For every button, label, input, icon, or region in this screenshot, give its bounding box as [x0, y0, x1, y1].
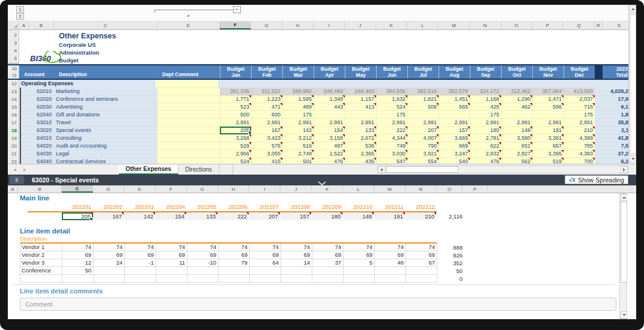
- cell-K14[interactable]: 1,632: [376, 95, 407, 103]
- cell-O21[interactable]: 2,827: [501, 150, 532, 158]
- cell-I16[interactable]: [314, 111, 345, 119]
- cell-L16[interactable]: [407, 111, 439, 119]
- cell-I19[interactable]: 3,158: [314, 134, 345, 142]
- line-item-cell[interactable]: 69: [281, 251, 312, 259]
- cell-description-20[interactable]: Audit and Accounting: [54, 142, 157, 150]
- cell-L20[interactable]: 790: [407, 142, 439, 150]
- cell-O18[interactable]: 148: [501, 127, 532, 134]
- cell-N15[interactable]: 425: [470, 103, 501, 111]
- cell-R13[interactable]: [595, 88, 603, 95]
- line-item-cell[interactable]: 37: [312, 259, 344, 267]
- cell-N20[interactable]: 622: [470, 142, 501, 150]
- cell-F18[interactable]: 205: [220, 127, 251, 134]
- cell-G13[interactable]: 311,622: [251, 88, 282, 95]
- comment-input[interactable]: [20, 298, 616, 311]
- line-item-cell[interactable]: 67: [406, 259, 437, 267]
- cell-J20[interactable]: 536: [345, 142, 376, 150]
- line-item-cell[interactable]: 69: [219, 251, 250, 259]
- row-header-21[interactable]: 21: [8, 150, 19, 158]
- detail-column-header-A[interactable]: A: [8, 185, 18, 193]
- cell-Q21[interactable]: 4,383: [564, 150, 595, 158]
- line-item-cell[interactable]: 69: [187, 251, 219, 259]
- cell-O14[interactable]: 1,290: [501, 95, 532, 103]
- cell-K18[interactable]: 222: [376, 127, 407, 134]
- line-item-cell[interactable]: 69: [375, 251, 406, 259]
- line-item-cell[interactable]: 74: [94, 244, 125, 251]
- line-item-cell[interactable]: 14: [281, 259, 312, 267]
- cell-I20[interactable]: 497: [314, 142, 345, 150]
- row-header-2[interactable]: 2: [8, 31, 19, 39]
- line-item-cell[interactable]: [312, 267, 344, 275]
- detail-column-header-B[interactable]: B: [18, 185, 62, 193]
- line-item-cell[interactable]: 48: [375, 259, 406, 267]
- cell-J16[interactable]: [345, 111, 376, 119]
- cell-M15[interactable]: 565: [439, 103, 470, 111]
- column-header-O[interactable]: O: [501, 22, 532, 29]
- cell-I14[interactable]: 1,348: [314, 95, 345, 103]
- cell-N16[interactable]: 175: [470, 111, 501, 119]
- column-header-N[interactable]: N: [470, 22, 501, 29]
- cell-N17[interactable]: 2,991: [470, 119, 501, 127]
- cell-P15[interactable]: 596: [532, 103, 564, 111]
- line-item-cell[interactable]: 64: [250, 259, 281, 267]
- detail-cell-202205[interactable]: 133: [187, 212, 218, 220]
- line-item-cell[interactable]: -1: [125, 259, 156, 267]
- cell-M22[interactable]: 540: [439, 158, 470, 164]
- line-item-cell[interactable]: [219, 267, 250, 275]
- cell-L17[interactable]: 2,991: [407, 119, 439, 127]
- detail-scroll-down-button[interactable]: [621, 311, 627, 319]
- row-header-4[interactable]: 4: [8, 47, 19, 55]
- cell-F15[interactable]: 523: [220, 103, 251, 111]
- cell-G22[interactable]: 415: [251, 158, 282, 164]
- line-item-cell[interactable]: -10: [187, 259, 219, 267]
- line-item-cell[interactable]: 69: [125, 251, 156, 259]
- cell-account-13[interactable]: 62010: [29, 88, 54, 95]
- show-spreading-button[interactable]: √x Show Spreading: [565, 175, 628, 184]
- cell-L13[interactable]: 392,516: [407, 88, 439, 95]
- cell-J15[interactable]: 413: [345, 103, 376, 111]
- cell-dept-comment-13[interactable]: [157, 88, 220, 95]
- horizontal-scrollbar[interactable]: [377, 166, 628, 173]
- detail-cell-202211[interactable]: 191: [374, 212, 406, 220]
- cell-P16[interactable]: [532, 111, 564, 119]
- cell-K15[interactable]: 524: [376, 103, 407, 111]
- cell-L22[interactable]: 554: [407, 158, 439, 164]
- cell-P21[interactable]: 3,395: [532, 150, 564, 158]
- detail-column-header-L[interactable]: L: [343, 185, 374, 193]
- tab-scroll-right-icon[interactable]: ►: [23, 168, 26, 172]
- row-header-20[interactable]: 20: [8, 142, 19, 150]
- cell-description-17[interactable]: Travel: [54, 119, 157, 127]
- cell-account-20[interactable]: 64020: [29, 142, 54, 150]
- cell-O16[interactable]: [501, 111, 532, 119]
- line-item-cell[interactable]: 69: [250, 251, 281, 259]
- cell-P20[interactable]: 657: [532, 142, 564, 150]
- cell-H18[interactable]: 142: [282, 127, 314, 134]
- column-header-C[interactable]: C: [54, 22, 157, 29]
- line-item-cell[interactable]: 69: [62, 251, 94, 259]
- cell-R22[interactable]: [595, 158, 603, 164]
- row-header-14[interactable]: 14: [8, 95, 19, 103]
- cell-F22[interactable]: 524: [220, 158, 251, 164]
- cell-total-15[interactable]: 6,135: [603, 103, 628, 111]
- cell-total-20[interactable]: 7,577: [603, 142, 628, 150]
- cell-O19[interactable]: 3,580: [501, 134, 532, 142]
- scroll-up-button[interactable]: [630, 5, 636, 13]
- cell-J13[interactable]: 248,493: [345, 88, 376, 95]
- line-item-cell[interactable]: 79: [219, 259, 250, 267]
- cell-account-14[interactable]: 62020: [29, 95, 54, 103]
- detail-column-header-H[interactable]: H: [218, 185, 249, 193]
- row-header-11[interactable]: 11: [8, 72, 19, 79]
- cell-dept-comment-16[interactable]: [157, 111, 220, 119]
- line-item-cell[interactable]: 74: [187, 244, 219, 251]
- cell-L18[interactable]: 207: [407, 127, 439, 134]
- cell-H20[interactable]: 516: [282, 142, 314, 150]
- cell-L19[interactable]: 4,007: [407, 134, 439, 142]
- cell-dept-comment-20[interactable]: [157, 142, 220, 150]
- cell-P22[interactable]: 519: [532, 158, 564, 164]
- cell-H21[interactable]: 2,748: [282, 150, 314, 158]
- cell-F16[interactable]: 500: [220, 111, 251, 119]
- column-header-P[interactable]: P: [532, 22, 564, 29]
- cell-M18[interactable]: 157: [439, 127, 470, 134]
- cell-F19[interactable]: 3,268: [220, 134, 251, 142]
- line-item-cell[interactable]: [281, 267, 312, 275]
